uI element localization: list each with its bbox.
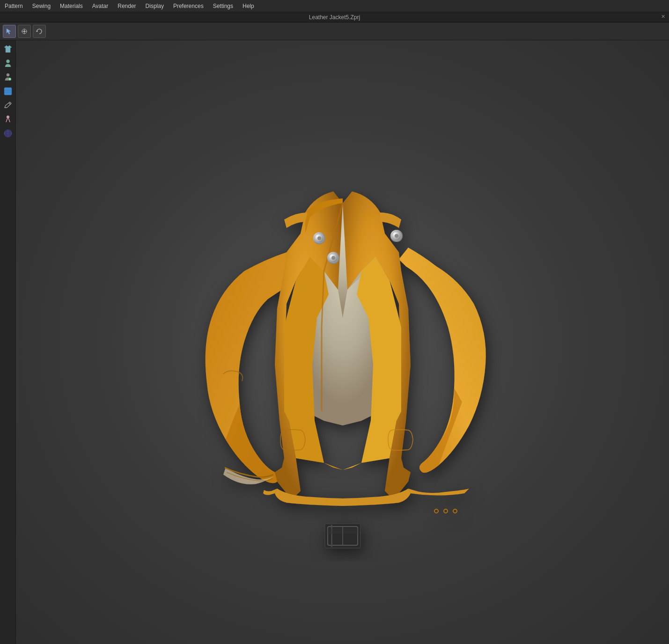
menu-preferences[interactable]: Preferences	[169, 1, 208, 11]
svg-point-7	[7, 73, 9, 76]
menu-bar: Pattern Sewing Materials Avatar Render D…	[0, 0, 669, 12]
sidebar-avatar-button[interactable]	[2, 57, 14, 69]
pose-icon	[3, 115, 13, 124]
svg-point-36	[395, 234, 398, 238]
close-button[interactable]: ✕	[661, 14, 665, 20]
svg-point-6	[6, 60, 9, 63]
garment-icon	[3, 44, 13, 54]
svg-point-27	[453, 509, 457, 513]
menu-settings[interactable]: Settings	[208, 1, 238, 11]
svg-point-30	[317, 236, 321, 240]
svg-marker-0	[7, 29, 11, 34]
menu-display[interactable]: Display	[141, 1, 169, 11]
edit-icon	[3, 101, 13, 110]
fabric-icon	[3, 87, 13, 96]
rotate-button[interactable]	[33, 25, 46, 38]
svg-point-4	[23, 30, 25, 32]
menu-materials[interactable]: Materials	[55, 1, 88, 11]
sidebar-environment-button[interactable]	[2, 127, 14, 139]
transform-icon	[21, 28, 28, 35]
avatar-settings-icon	[3, 73, 13, 82]
title-bar: Leather Jacket5.Zprj ✕	[0, 12, 669, 22]
jacket-model	[184, 140, 502, 561]
sidebar-avatar-settings-button[interactable]	[2, 71, 14, 83]
rotate-icon	[36, 28, 43, 35]
left-sidebar	[0, 40, 16, 644]
svg-point-16	[7, 116, 9, 118]
svg-point-33	[331, 256, 335, 260]
environment-icon	[3, 129, 13, 138]
jacket-svg	[184, 140, 502, 561]
transform-button[interactable]	[18, 25, 31, 38]
sidebar-fabric-button[interactable]	[2, 85, 14, 97]
svg-rect-23	[331, 525, 332, 547]
menu-render[interactable]: Render	[113, 1, 140, 11]
toolbar	[0, 22, 669, 40]
svg-line-14	[9, 103, 10, 104]
window-title: Leather Jacket5.Zprj	[309, 14, 360, 21]
menu-pattern[interactable]: Pattern	[0, 1, 28, 11]
select-move-button[interactable]	[3, 25, 16, 38]
menu-sewing[interactable]: Sewing	[28, 1, 55, 11]
svg-point-26	[444, 509, 448, 513]
sidebar-edit-button[interactable]	[2, 99, 14, 111]
menu-avatar[interactable]: Avatar	[88, 1, 113, 11]
sidebar-garment-button[interactable]	[2, 43, 14, 55]
3d-viewport[interactable]	[16, 40, 669, 644]
svg-point-25	[434, 509, 438, 513]
svg-rect-11	[4, 88, 12, 95]
avatar-icon	[3, 59, 13, 68]
menu-help[interactable]: Help	[238, 1, 259, 11]
sidebar-pose-button[interactable]	[2, 113, 14, 125]
main-area	[0, 40, 669, 644]
select-icon	[6, 28, 13, 35]
